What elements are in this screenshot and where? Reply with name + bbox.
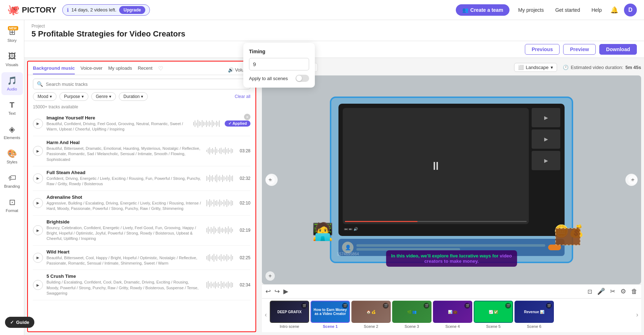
- previous-button[interactable]: Previous: [525, 44, 560, 55]
- redo-button[interactable]: ↪: [274, 287, 280, 295]
- svg-rect-6: [202, 120, 203, 127]
- svg-rect-0: [193, 122, 194, 125]
- svg-rect-32: [225, 147, 226, 154]
- timing-popup: Timing Apply to all scenes: [243, 43, 315, 88]
- svg-rect-37: [232, 149, 233, 153]
- svg-rect-22: [211, 149, 211, 153]
- track-name: 5 Crush Time: [47, 274, 202, 279]
- svg-rect-5: [200, 122, 201, 125]
- landscape-selector[interactable]: ⬜ Landscape ▾: [514, 63, 557, 72]
- svg-rect-124: [221, 281, 221, 289]
- track-play-button[interactable]: ▶: [33, 253, 43, 263]
- track-play-button[interactable]: ▶: [33, 173, 43, 183]
- search-bar: 🔍: [33, 79, 250, 89]
- genre-chevron-icon: ▾: [109, 94, 111, 99]
- add-bottom-left-button[interactable]: +: [265, 271, 275, 281]
- tab-background-music[interactable]: Background music: [33, 65, 75, 74]
- search-input[interactable]: [46, 82, 247, 87]
- sidebar-item-elements[interactable]: ◈ Elements: [1, 121, 23, 144]
- waveform: [206, 280, 234, 290]
- scene-thumb-4[interactable]: 📊 💼 🎬 Scene 4: [433, 301, 472, 329]
- mood-label: Mood: [38, 94, 48, 99]
- preview-button[interactable]: Preview: [563, 44, 596, 55]
- undo-button[interactable]: ↩: [265, 287, 271, 295]
- sidebar-item-format[interactable]: ⊡ Format: [1, 194, 23, 217]
- guide-button[interactable]: ✓ Guide: [5, 317, 34, 328]
- apply-all-toggle[interactable]: [296, 75, 309, 82]
- add-right-button[interactable]: +: [628, 175, 638, 184]
- tab-my-uploads[interactable]: My uploads: [108, 65, 132, 74]
- timing-input[interactable]: [249, 58, 309, 70]
- sidebar-item-text[interactable]: T Text: [1, 97, 23, 119]
- svg-rect-16: [216, 121, 217, 127]
- svg-rect-17: [218, 122, 218, 125]
- favorite-heart-icon[interactable]: ♡: [158, 65, 163, 75]
- timeline-next-button[interactable]: ›: [635, 311, 640, 319]
- settings-button[interactable]: ⚙: [620, 287, 626, 295]
- svg-rect-130: [229, 283, 230, 287]
- create-team-button[interactable]: 👥 Create a team: [456, 4, 510, 16]
- filter-mood[interactable]: Mood ▾: [33, 92, 57, 101]
- mic-button[interactable]: 🎤: [597, 287, 605, 295]
- track-remove-button[interactable]: ✕: [244, 114, 250, 120]
- sidebar-item-story[interactable]: ⊞ NEW Story: [1, 24, 23, 46]
- scene-thumb-intro[interactable]: DEEP GRAFIX 🎬 Intro scene: [270, 301, 309, 329]
- svg-rect-125: [222, 283, 223, 287]
- caption-icon-button[interactable]: ⊡: [587, 287, 592, 295]
- svg-rect-100: [214, 254, 214, 262]
- scene-thumb-6[interactable]: Revenue 📊 🎬 Scene 6: [514, 301, 554, 329]
- svg-rect-132: [232, 283, 233, 287]
- notification-bell-icon[interactable]: 🔔: [610, 6, 618, 14]
- sidebar-item-audio[interactable]: 🎵 Audio: [1, 72, 23, 95]
- clear-all-button[interactable]: Clear all: [235, 94, 250, 99]
- upgrade-button[interactable]: Upgrade: [119, 6, 145, 14]
- svg-rect-1: [195, 120, 195, 127]
- filter-row: Mood ▾ Purpose ▾ Genre ▾ Duration ▾: [28, 89, 255, 104]
- add-left-button[interactable]: +: [265, 175, 275, 184]
- scene-label-3: Scene 3: [405, 324, 419, 329]
- filter-purpose[interactable]: Purpose ▾: [59, 92, 88, 101]
- scene-thumb-5[interactable]: 📈 ✅ 🎬 Scene 5: [474, 301, 513, 329]
- scene-thumb-2[interactable]: 🏠 💰 🎬 Scene 2: [351, 301, 391, 329]
- svg-rect-64: [216, 200, 217, 206]
- track-duration: 02:10: [238, 201, 250, 206]
- track-play-button[interactable]: ▶: [33, 198, 43, 208]
- sidebar-item-visuals[interactable]: 🖼 Visuals: [1, 48, 23, 71]
- scene-thumb-1[interactable]: How to Earn Money as a Video Creator 🎬 S…: [311, 301, 350, 329]
- timeline-prev-button[interactable]: ‹: [263, 311, 268, 319]
- download-button[interactable]: Download: [599, 44, 637, 55]
- svg-rect-131: [231, 282, 231, 288]
- avatar[interactable]: D: [624, 4, 637, 16]
- scene-thumb-3[interactable]: 🌿 👥 🎬 Scene 3: [392, 301, 431, 329]
- svg-rect-11: [209, 121, 210, 127]
- filter-duration[interactable]: Duration ▾: [119, 92, 148, 101]
- est-duration-label: Estimated video duration:: [571, 65, 623, 70]
- svg-rect-79: [211, 227, 211, 233]
- delete-button[interactable]: 🗑: [631, 287, 638, 295]
- svg-rect-78: [209, 229, 210, 232]
- my-projects-link[interactable]: My projects: [515, 7, 547, 13]
- filter-genre[interactable]: Genre ▾: [91, 92, 116, 101]
- scene-label-5: Scene 5: [486, 324, 501, 329]
- audio-panel: Background music Voice-over My uploads R…: [27, 61, 256, 332]
- help-link[interactable]: Help: [589, 7, 605, 13]
- get-started-link[interactable]: Get started: [552, 7, 583, 13]
- svg-rect-88: [224, 229, 224, 232]
- play-button[interactable]: ▶: [283, 287, 288, 295]
- track-play-button[interactable]: ▶: [33, 146, 43, 156]
- track-play-button[interactable]: ▶: [33, 280, 43, 290]
- sidebar-item-branding[interactable]: 🏷 Branding: [1, 169, 23, 192]
- track-name: Full Steam Ahead: [47, 170, 202, 175]
- svg-rect-67: [221, 201, 221, 205]
- tab-voice-over[interactable]: Voice-over: [80, 65, 102, 74]
- scene-icon-overlay: 🎬: [342, 303, 348, 309]
- body-area: Background music Voice-over My uploads R…: [24, 58, 644, 335]
- tab-recent[interactable]: Recent: [138, 65, 152, 74]
- sidebar-item-styles[interactable]: 🎨 Styles: [1, 145, 23, 168]
- track-play-button[interactable]: ▶: [33, 225, 43, 235]
- scene-label-6: Scene 6: [527, 324, 541, 329]
- styles-icon: 🎨: [7, 149, 17, 158]
- svg-rect-31: [224, 149, 224, 153]
- cut-button[interactable]: ✂: [610, 287, 615, 295]
- track-play-button[interactable]: ▶: [33, 119, 43, 129]
